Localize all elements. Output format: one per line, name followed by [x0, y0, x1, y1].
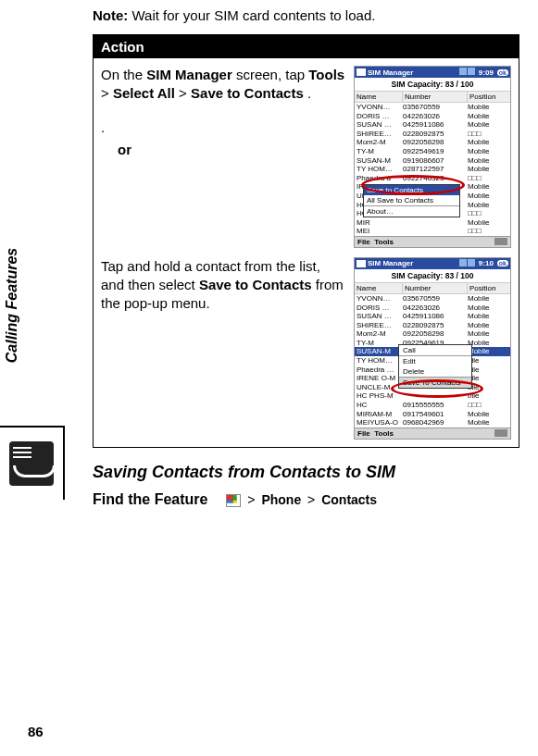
table-row[interactable]: MEIYUSA-O0968042969Mobile — [355, 418, 510, 428]
tools-dropdown: Save to Contacts All Save to Contacts Ab… — [363, 184, 460, 217]
column-headers: Name Number Position — [355, 92, 510, 103]
ctx-delete[interactable]: Delete — [399, 366, 471, 377]
phone-handset-icon — [9, 441, 54, 486]
menu-item-about[interactable]: About… — [364, 206, 459, 217]
table-row[interactable]: YVONN…035670559Mobile — [355, 294, 510, 304]
table-row[interactable]: SUSAN-M0919086607Mobile — [355, 156, 510, 166]
table-row[interactable]: SUSAN …0425911086Mobile — [355, 120, 510, 130]
table-row[interactable]: MIRIAM-M0917549601Mobile — [355, 410, 510, 419]
table-row[interactable]: HC PHS-Mbile — [355, 391, 510, 401]
context-menu: Call Edit Delete Save To Contacts — [398, 344, 472, 389]
signal-icon — [459, 68, 467, 75]
sim-capacity: SIM Capacity: 83 / 100 — [355, 269, 510, 283]
ok-button[interactable]: ok — [497, 260, 508, 266]
windows-flag-icon — [226, 494, 241, 507]
table-row[interactable]: HC0915555555□□□ — [355, 401, 510, 410]
menu-file[interactable]: File — [357, 429, 370, 438]
ctx-edit[interactable]: Edit — [399, 356, 471, 366]
side-tab-label: Calling Features — [4, 248, 20, 363]
ctx-save-to-contacts[interactable]: Save To Contacts — [399, 378, 471, 388]
start-flag-icon — [357, 68, 366, 76]
phone-corner-badge — [0, 426, 65, 500]
table-row[interactable]: SUSAN …0425911086Mobile — [355, 312, 510, 321]
ctx-call[interactable]: Call — [399, 345, 471, 355]
ok-button[interactable]: ok — [497, 69, 508, 76]
note-text: Wait for your SIM card contents to load. — [132, 7, 376, 23]
menu-tools[interactable]: Tools — [374, 238, 394, 246]
signal-icon — [459, 259, 467, 266]
start-flag-icon — [357, 260, 366, 267]
screenshot-2: SIM Manager 9:10 ok SIM Capacity: 83 / 1… — [354, 257, 511, 440]
bottom-bar: File Tools — [355, 236, 510, 247]
table-row[interactable]: MIRMobile — [355, 218, 510, 228]
table-row[interactable]: Phaedra a0922740323□□□ — [355, 174, 510, 183]
table-row[interactable]: DORIS …042263026Mobile — [355, 304, 510, 313]
menu-item-save-to-contacts[interactable]: Save to Contacts — [364, 185, 459, 195]
table-row[interactable]: TY-M0922549619Mobile — [355, 147, 510, 156]
action-header: Action — [94, 35, 519, 58]
table-row[interactable]: YVONN…035670559Mobile — [355, 103, 510, 112]
side-tab-calling-features: Calling Features — [0, 176, 24, 435]
menu-file[interactable]: File — [357, 238, 370, 246]
titlebar: SIM Manager 9:09 ok — [355, 67, 510, 78]
page-number: 86 — [28, 724, 44, 739]
find-feature-row: Find the Feature > Phone > Contacts — [93, 491, 519, 508]
volume-icon — [468, 259, 475, 266]
column-headers: Name Number Position — [355, 283, 510, 294]
volume-icon — [468, 68, 475, 75]
find-feature-breadcrumb: > Phone > Contacts — [226, 492, 377, 507]
table-row[interactable]: Mom2-M0922058298Mobile — [355, 329, 510, 339]
menu-tools[interactable]: Tools — [374, 429, 394, 438]
action-step2-text: Tap and hold a contact from the list, an… — [101, 257, 346, 440]
section-title: Saving Contacts from Contacts to SIM — [93, 463, 519, 482]
keyboard-icon[interactable] — [494, 429, 507, 437]
menu-item-all-save[interactable]: All Save to Contacts — [364, 195, 459, 205]
action-box: Action On the SIM Manager screen, tap To… — [93, 34, 519, 448]
titlebar: SIM Manager 9:10 ok — [355, 258, 510, 269]
find-feature-label: Find the Feature — [93, 491, 207, 508]
table-row[interactable]: SHIREE…0228092875□□□ — [355, 130, 510, 139]
action-step1-text: On the SIM Manager screen, tap Tools > S… — [101, 66, 346, 248]
table-row[interactable]: TY HOM…0287122597Mobile — [355, 165, 510, 174]
table-row[interactable]: MEI□□□ — [355, 227, 510, 236]
note-label: Note: — [93, 7, 128, 23]
table-row[interactable]: SHIREE…0228092875Mobile — [355, 321, 510, 330]
table-row[interactable]: Mom2-M0922058298Mobile — [355, 138, 510, 147]
note-line: Note: Wait for your SIM card contents to… — [93, 7, 519, 23]
sim-capacity: SIM Capacity: 83 / 100 — [355, 78, 510, 92]
screenshot-1: SIM Manager 9:09 ok SIM Capacity: 83 / 1… — [354, 66, 511, 248]
bottom-bar: File Tools — [355, 428, 510, 439]
keyboard-icon[interactable] — [494, 238, 507, 245]
table-row[interactable]: DORIS …042263026Mobile — [355, 112, 510, 121]
